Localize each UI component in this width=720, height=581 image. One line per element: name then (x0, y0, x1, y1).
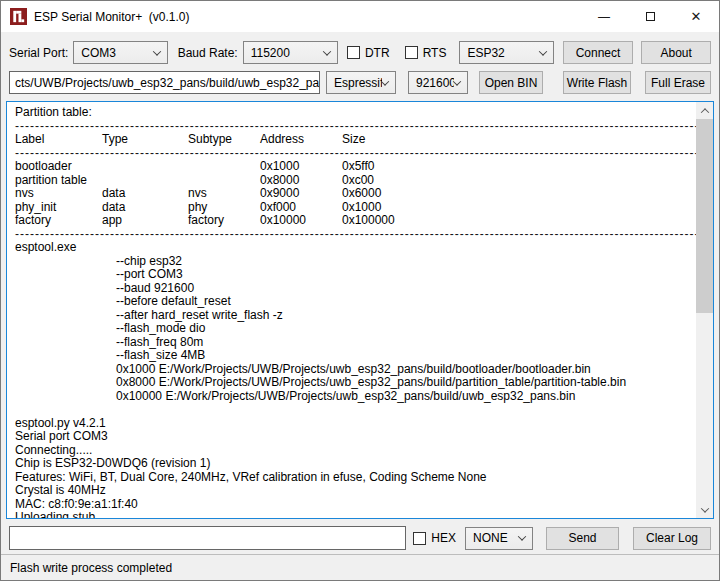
vendor-select[interactable]: Espressif (326, 71, 396, 94)
separator-line: ----------------------------------------… (15, 228, 696, 242)
connect-button[interactable]: Connect (563, 41, 634, 64)
scroll-down-button[interactable] (696, 501, 713, 518)
close-button[interactable]: ✕ (673, 1, 719, 32)
title-bar[interactable]: ESP Serial Monitor+ (v0.1.0) — ✕ (1, 1, 719, 32)
maximize-button[interactable] (627, 1, 673, 32)
chevron-down-icon (700, 504, 708, 512)
hex-checkbox[interactable] (413, 532, 426, 545)
chevron-down-icon (453, 77, 461, 85)
dtr-checkbox-group: DTR (347, 46, 390, 60)
esptool-arg-line: --chip esp32 (15, 255, 696, 269)
send-bar: HEX NONE Send Clear Log (9, 526, 711, 550)
partition-row: factory app factory 0x10000 0x100000 (15, 214, 696, 228)
send-button[interactable]: Send (546, 527, 619, 550)
esptool-output-line: Uploading stub... (15, 511, 696, 518)
partition-table-title: Partition table: (15, 106, 696, 120)
log-content: Partition table: -----------------------… (7, 102, 696, 518)
separator-line: ----------------------------------------… (15, 147, 696, 161)
esptool-output-line: esptool.py v4.2.1 (15, 417, 696, 431)
scrollbar-thumb[interactable] (696, 119, 713, 313)
rts-checkbox-group: RTS (405, 46, 447, 60)
app-window: ESP Serial Monitor+ (v0.1.0) — ✕ Serial … (0, 0, 720, 581)
partition-rows: bootloader 0x1000 0x5ff0 partition table… (15, 160, 696, 228)
esptool-output-line: Crystal is 40MHz (15, 484, 696, 498)
esptool-arg-line: --flash_size 4MB (15, 349, 696, 363)
partition-row: partition table 0x8000 0xc00 (15, 174, 696, 188)
status-bar: Flash write process completed (1, 554, 719, 580)
esptool-arg-line: 0x1000 E:/Work/Projects/UWB/Projects/uwb… (15, 363, 696, 377)
chevron-down-icon (518, 532, 526, 540)
log-output-area[interactable]: Partition table: -----------------------… (6, 101, 714, 519)
baud-rate-label: Baud Rate: (178, 46, 238, 60)
send-input[interactable] (9, 526, 406, 550)
rts-checkbox[interactable] (405, 46, 418, 59)
clear-log-button[interactable]: Clear Log (633, 527, 711, 550)
dtr-label: DTR (365, 46, 390, 60)
hex-label: HEX (431, 531, 456, 545)
write-flash-button[interactable]: Write Flash (563, 71, 631, 94)
window-title: ESP Serial Monitor+ (v0.1.0) (34, 10, 190, 24)
esptool-arg-line: --after hard_reset write_flash -z (15, 309, 696, 323)
esptool-arg-line: --flash_freq 80m (15, 336, 696, 350)
maximize-icon (646, 12, 655, 21)
rts-label: RTS (423, 46, 447, 60)
minimize-icon: — (598, 10, 610, 24)
esptool-output-line: Features: WiFi, BT, Dual Core, 240MHz, V… (15, 471, 696, 485)
esptool-output-line: MAC: c8:f0:9e:a1:1f:40 (15, 498, 696, 512)
esptool-output-line: Chip is ESP32-D0WDQ6 (revision 1) (15, 457, 696, 471)
flash-baud-select[interactable]: 921600 (408, 71, 468, 94)
window-controls: — ✕ (581, 1, 719, 32)
serial-port-label: Serial Port: (9, 46, 68, 60)
chevron-down-icon (323, 47, 331, 55)
esptool-arg-line: 0x8000 E:/Work/Projects/UWB/Projects/uwb… (15, 376, 696, 390)
esptool-output-lines: esptool.py v4.2.1Serial port COM3Connect… (15, 417, 696, 519)
esptool-arg-line: --port COM3 (15, 268, 696, 282)
chevron-down-icon (152, 47, 160, 55)
esptool-arg-line: 0x10000 E:/Work/Projects/UWB/Projects/uw… (15, 390, 696, 404)
minimize-button[interactable]: — (581, 1, 627, 32)
dtr-checkbox[interactable] (347, 46, 360, 59)
esptool-output-line: Serial port COM3 (15, 430, 696, 444)
line-ending-select[interactable]: NONE (465, 527, 533, 550)
partition-row: bootloader 0x1000 0x5ff0 (15, 160, 696, 174)
separator-line: ----------------------------------------… (15, 120, 696, 134)
esptool-output-line: Connecting..... (15, 444, 696, 458)
about-button[interactable]: About (641, 41, 711, 64)
status-message: Flash write process completed (10, 561, 172, 575)
chevron-down-icon (381, 77, 389, 85)
connection-toolbar: Serial Port: COM3 Baud Rate: 115200 DTR … (1, 41, 719, 64)
full-erase-button[interactable]: Full Erase (645, 71, 711, 94)
partition-table-header: Label Type Subtype Address Size (15, 133, 696, 147)
open-bin-button[interactable]: Open BIN (479, 71, 543, 94)
chevron-down-icon (538, 47, 546, 55)
vertical-scrollbar[interactable] (696, 102, 713, 518)
chip-select[interactable]: ESP32 (459, 41, 553, 64)
blank-line (15, 403, 696, 417)
esptool-arg-lines: --chip esp32--port COM3--baud 921600--be… (15, 255, 696, 404)
bin-path-input[interactable]: cts/UWB/Projects/uwb_esp32_pans/build/uw… (9, 71, 320, 94)
flash-toolbar: cts/UWB/Projects/uwb_esp32_pans/build/uw… (1, 71, 719, 94)
close-icon: ✕ (691, 9, 702, 24)
esptool-command: esptool.exe (15, 241, 696, 255)
chevron-up-icon (700, 108, 708, 116)
scroll-up-button[interactable] (696, 102, 713, 119)
esptool-arg-line: --flash_mode dio (15, 322, 696, 336)
esptool-arg-line: --before default_reset (15, 295, 696, 309)
partition-row: nvs data nvs 0x9000 0x6000 (15, 187, 696, 201)
partition-row: phy_init data phy 0xf000 0x1000 (15, 201, 696, 215)
esptool-arg-line: --baud 921600 (15, 282, 696, 296)
baud-rate-select[interactable]: 115200 (243, 41, 338, 64)
app-icon (10, 8, 27, 25)
serial-port-select[interactable]: COM3 (73, 41, 167, 64)
